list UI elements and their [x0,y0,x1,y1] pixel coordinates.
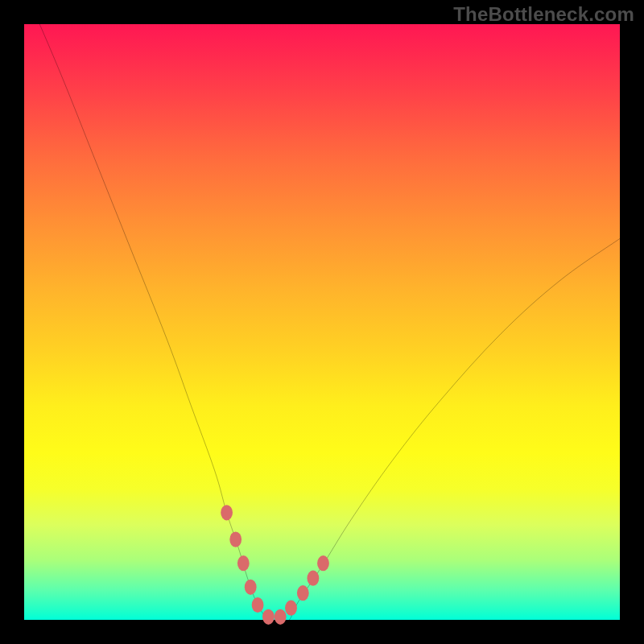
curve-marker [275,609,287,625]
bottleneck-plot [24,24,620,620]
curve-marker [252,597,264,613]
curve-marker [262,609,275,625]
curve-markers [221,505,329,625]
curve-marker [237,555,250,571]
curve-marker [308,571,320,586]
curve-marker [317,555,329,571]
curve-marker [229,531,242,547]
attribution-text: TheBottleneck.com [453,3,634,26]
curve-marker [285,601,297,616]
bottleneck-curve [24,0,620,621]
curve-marker [245,580,257,595]
chart-frame: TheBottleneck.com [0,0,644,644]
curve-marker [297,585,309,601]
curve-marker [221,505,233,520]
